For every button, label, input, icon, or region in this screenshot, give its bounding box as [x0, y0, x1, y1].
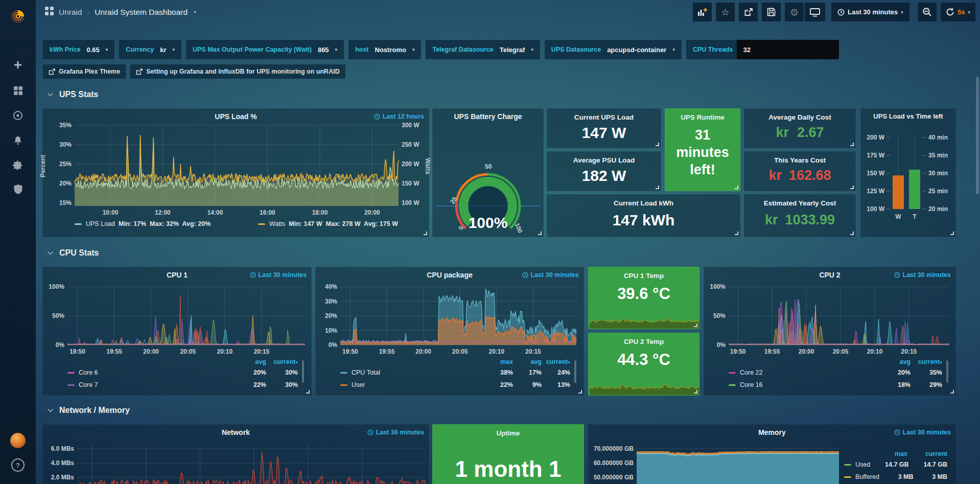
legend-scrollbar[interactable]	[946, 360, 948, 383]
axis-tick-label: 50%	[713, 312, 726, 319]
chart-plot-area[interactable]	[589, 381, 700, 395]
chart-plot-area[interactable]	[43, 425, 429, 484]
legend-column-current[interactable]: current▾	[266, 358, 298, 365]
variable-host[interactable]: host Nostromo▾	[348, 40, 421, 59]
axis-tick-label: 70.000000 GB	[594, 445, 634, 452]
legend-table: avgcurrent▾Core 2220%35%Core 1618%29%	[729, 357, 942, 391]
section-header-ups-stats[interactable]: UPS Stats	[47, 90, 98, 99]
panel-estimated-yearly-cost: Estimated Yearly Cost kr1033.99	[744, 194, 856, 237]
axis-tick-label: 0%	[717, 341, 726, 349]
explore-compass-icon[interactable]	[0, 104, 36, 127]
panel-this-years-cost: This Years Cost kr162.68	[744, 151, 856, 191]
breadcrumb-separator-icon: ›	[87, 8, 90, 16]
page-scrollbar[interactable]	[976, 77, 979, 194]
cpu-threads-input[interactable]	[737, 40, 839, 59]
chart-plot-area[interactable]	[589, 314, 700, 329]
section-header-network-memory[interactable]: Network / Memory	[47, 406, 130, 415]
variable-ups-datasource[interactable]: UPS Datasource apcupsd-container▾	[545, 40, 682, 59]
tv-mode-button[interactable]	[805, 3, 825, 21]
legend-row[interactable]: Buffered3 MB3 MB	[844, 471, 947, 483]
panel-network: Network Last 30 minutes 6.0 MBs4.0 MBs2.…	[42, 424, 429, 484]
legend-column-avg[interactable]: avg	[513, 358, 542, 365]
legend-row[interactable]: CPU Total38%17%24%	[340, 366, 570, 379]
legend-column-current[interactable]: current▾	[911, 358, 942, 365]
legend-column-avg[interactable]: avg	[879, 358, 911, 365]
axis-tick-label: 30%	[325, 298, 337, 305]
legend-item[interactable]: UPS LoadMin: 17% Max: 32% Avg: 20%	[75, 220, 211, 227]
panel-title[interactable]: UPS Battery Charge	[433, 112, 543, 121]
panel-current-ups-load: Current UPS Load 147 W	[547, 108, 661, 148]
legend-column-max[interactable]: max	[868, 450, 907, 457]
user-avatar[interactable]	[0, 429, 36, 452]
axis-tick-label: 150 W	[402, 180, 419, 187]
axis-tick-label: 100 W	[867, 205, 884, 213]
variable-cpu-threads: CPU Threads	[686, 40, 839, 59]
axis-tick-label: 20:05	[452, 348, 468, 355]
gauge-scale-label: 50	[485, 163, 492, 170]
legend-scrollbar[interactable]	[574, 360, 576, 383]
legend-row[interactable]: User22%9%13%	[340, 379, 570, 391]
add-panel-button[interactable]	[693, 3, 712, 21]
alerting-bell-icon[interactable]	[0, 129, 36, 152]
panel-average-daily-cost: Average Daily Cost kr2.67	[744, 108, 856, 148]
title-caret-icon[interactable]: ▾	[194, 9, 196, 15]
dashboard-links-row: Grafana Plex Theme Setting up Grafana an…	[43, 64, 345, 79]
axis-tick-label: 2.0 MBs	[51, 474, 74, 481]
axis-tick-label: 0%	[56, 341, 64, 349]
grafana-logo-icon[interactable]	[0, 5, 36, 28]
axis-tick-label: 150 W	[867, 170, 884, 177]
variable-ups-max-output[interactable]: UPS Max Output Power Capacity (Watt) 865…	[186, 40, 344, 59]
breadcrumb-page-title[interactable]: Unraid System Dashboard	[95, 8, 188, 17]
legend-column-avg[interactable]: avg	[235, 358, 266, 365]
share-button[interactable]	[739, 3, 758, 21]
create-plus-icon[interactable]	[0, 54, 36, 76]
settings-gear-button[interactable]: ⚙	[785, 3, 804, 21]
configuration-gear-icon[interactable]	[0, 154, 36, 176]
legend-scrollbar[interactable]	[302, 360, 304, 383]
chart-plot-area[interactable]	[43, 109, 429, 237]
axis-tick-label: 25 min	[928, 188, 948, 195]
help-icon[interactable]: ?	[0, 454, 36, 476]
zoom-out-button[interactable]	[918, 3, 937, 21]
variable-currency[interactable]: Currency kr▾	[119, 40, 181, 59]
legend-row[interactable]: Core 2220%35%	[729, 366, 942, 379]
axis-tick-label: 35%	[59, 122, 72, 129]
legend-item[interactable]: WattsMin: 147 W Max: 278 W Avg: 175 W	[258, 220, 398, 227]
dashboards-icon[interactable]	[0, 79, 36, 102]
legend-column-current[interactable]: current▾	[542, 358, 570, 365]
legend-row[interactable]: Core 1618%29%	[729, 379, 942, 391]
axis-tick-label: 20:00	[364, 209, 380, 216]
link-ups-monitoring-guide[interactable]: Setting up Grafana and InfluxDB for UPS …	[130, 64, 345, 79]
axis-tick-label: 20:10	[217, 348, 232, 355]
time-range-picker[interactable]: Last 30 minutes ▾	[831, 3, 909, 21]
dashboard-grid-icon[interactable]	[45, 7, 54, 17]
axis-tick-label: 19:55	[764, 348, 780, 355]
panel-cpu2-temp: CPU 2 Temp 44.3 °C	[588, 333, 699, 396]
legend-table: avgcurrent▾Core 620%30%Core 722%30%	[67, 357, 298, 391]
legend-row[interactable]: Core 722%30%	[67, 379, 298, 391]
legend-column-current[interactable]: current	[907, 450, 947, 457]
legend-column-max[interactable]: max	[484, 358, 513, 365]
axis-tick-label: 35 min	[928, 152, 948, 159]
panel-average-psu-load: Average PSU Load 182 W	[547, 151, 661, 191]
chart-legend: UPS LoadMin: 17% Max: 32% Avg: 20%WattsM…	[75, 220, 398, 227]
admin-shield-icon[interactable]	[0, 178, 36, 200]
refresh-button[interactable]: 5s ▾	[941, 3, 975, 21]
refresh-interval-label[interactable]: 5s	[958, 8, 965, 16]
time-range-label: Last 30 minutes	[848, 8, 898, 16]
stat-value: 39.6 °C	[589, 285, 699, 303]
stat-value: 1 month 1	[433, 456, 584, 482]
variable-telegraf-datasource[interactable]: Telegraf Datasource Telegraf▾	[426, 40, 540, 59]
link-grafana-plex-theme[interactable]: Grafana Plex Theme	[43, 64, 126, 79]
axis-tick-label: 60.000000 GB	[594, 459, 634, 467]
panel-ups-load: UPS Load % Last 12 hours 35%30%25%20%15%…	[42, 108, 429, 237]
section-header-cpu-stats[interactable]: CPU Stats	[47, 248, 99, 258]
star-button[interactable]: ☆	[716, 3, 735, 21]
save-button[interactable]	[762, 3, 781, 21]
breadcrumb-app[interactable]: Unraid	[59, 8, 82, 17]
legend-row[interactable]: Used14.7 GB14.7 GB	[844, 458, 947, 471]
variable-kwh-price[interactable]: kWh Price 0.65▾	[43, 40, 114, 59]
legend-row[interactable]: Core 620%30%	[67, 366, 298, 379]
panel-ups-runtime: UPS Runtime 31 minutes left!	[665, 108, 740, 191]
axis-tick-label: 6.0 MBs	[51, 445, 74, 452]
